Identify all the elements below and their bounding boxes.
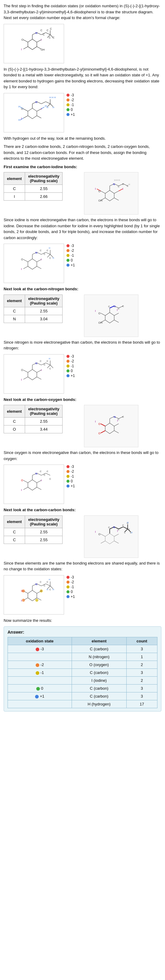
svg-line-2 <box>24 46 28 49</box>
svg-text:I: I <box>95 531 96 534</box>
result-row-4: I (iodine)2 <box>8 677 157 684</box>
hydrogen-molecule-image: O I I N H H H H H H H H <box>4 93 64 132</box>
carbon-nitrogen-table-section: element electronegativity(Pauling scale)… <box>4 294 81 323</box>
cc-carbon2-en: 2.55 <box>25 536 63 544</box>
result-dot-6 <box>35 695 39 698</box>
post-cn-molecule-box: O I I N C C C C H -3 -2 -1 0 +1 <box>4 354 161 394</box>
svg-text:N: N <box>35 582 37 585</box>
svg-text:H: H <box>49 247 50 249</box>
pci-leg-neg1: -1 <box>71 253 74 258</box>
result-dot-2 <box>36 663 39 667</box>
svg-line-31 <box>37 102 41 103</box>
svg-line-135 <box>101 424 105 426</box>
result-oxidation-state-4 <box>8 677 72 684</box>
pci-leg-neg3: -3 <box>71 243 74 248</box>
cn-carbon-element: C <box>4 307 25 315</box>
svg-line-54 <box>114 198 119 200</box>
svg-line-76 <box>37 266 41 269</box>
carbon-carbon-table-section: element electronegativity(Pauling scale)… <box>4 515 81 544</box>
result-element-7: H (hydrogen) <box>72 700 126 708</box>
svg-text:C: C <box>123 305 124 307</box>
ci-header-element: element <box>4 172 25 185</box>
svg-text:C: C <box>47 249 48 252</box>
ci-carbon-en: 2.55 <box>25 185 63 193</box>
svg-text:N: N <box>114 305 115 308</box>
cc-row-carbon1: C 2.55 <box>4 528 63 536</box>
svg-text:C: C <box>40 249 42 252</box>
pci-leg-0: 0 <box>71 258 73 262</box>
svg-line-113 <box>24 370 28 372</box>
svg-text:C: C <box>47 360 48 362</box>
carbon-nitrogen-row: element electronegativity(Pauling scale)… <box>4 294 161 337</box>
result-header-oxidation-state: oxidation state <box>8 637 72 645</box>
carbon-iodine-row: element electronegativity(Pauling scale)… <box>4 172 161 215</box>
cc-row-carbon2: C 2.55 <box>4 536 63 544</box>
cc-header-element: element <box>4 515 25 528</box>
first-molecule-image: O I I N C C C C C C OH <box>4 24 64 63</box>
result-oxidation-state-7 <box>8 700 72 708</box>
svg-line-137 <box>114 424 119 426</box>
svg-text:C: C <box>49 257 51 259</box>
carbon-iodine-table-section: element electronegativity(Pauling scale)… <box>4 172 81 200</box>
svg-text:C: C <box>40 360 42 362</box>
cc-molecule-image: O I I N C C C C C C C H H <box>84 515 138 558</box>
post-ci-molecule: O I I N C C C C H H <box>4 243 64 283</box>
post-cn-molecule: O I I N C C C C H <box>4 354 64 394</box>
svg-text:O: O <box>21 369 23 372</box>
svg-text:N: N <box>113 526 115 529</box>
svg-text:OH: OH <box>41 48 45 51</box>
nitrogen-explanation-text: Since nitrogen is more electronegative t… <box>4 339 161 351</box>
svg-line-115 <box>37 370 41 372</box>
result-oxidation-state-2: -2 <box>8 661 72 669</box>
svg-text:C: C <box>118 185 119 188</box>
co-oxygen-element: O <box>4 425 25 433</box>
svg-text:I: I <box>41 479 42 482</box>
svg-line-154 <box>37 487 41 490</box>
carbon-carbon-molecule: O I I N C C C C C C C H H <box>84 515 161 558</box>
svg-text:C: C <box>47 470 48 473</box>
svg-text:C: C <box>118 307 119 310</box>
carbon-iodine-molecule: I I O OH N C C C H H H H <box>84 172 161 215</box>
legend-pos1: +1 <box>71 113 75 117</box>
svg-text:O: O <box>98 533 101 536</box>
svg-text:C: C <box>108 526 110 529</box>
result-dot-0 <box>36 648 39 651</box>
svg-text:N: N <box>113 183 115 185</box>
svg-text:I: I <box>41 38 42 41</box>
svg-line-121 <box>46 363 50 365</box>
cc-mol-svg: O I I N C C C C C C C H H <box>84 515 138 557</box>
svg-text:I: I <box>21 267 22 270</box>
svg-marker-24 <box>28 108 37 118</box>
cn-header-electronegativity: electronegativity(Pauling scale) <box>25 294 63 307</box>
cn-nitrogen-en: 3.04 <box>25 315 63 323</box>
svg-marker-194 <box>28 590 37 601</box>
result-count-2: 2 <box>126 661 157 669</box>
ci-iodine-en: 2.66 <box>25 193 63 200</box>
co-row-oxygen: O 3.44 <box>4 425 63 433</box>
result-oxidation-state-1 <box>8 653 72 661</box>
result-row-7: H (hydrogen)17 <box>8 700 157 708</box>
result-count-4: 2 <box>126 677 157 684</box>
bonds-description-text: There are 2 carbon-iodine bonds, 2 carbo… <box>4 144 161 162</box>
legend-0: 0 <box>71 108 73 112</box>
svg-line-203 <box>46 584 50 586</box>
svg-line-138 <box>114 431 119 433</box>
svg-text:C: C <box>47 580 48 583</box>
answer-box: Answer: oxidation state element count -3… <box>4 626 161 711</box>
svg-text:O: O <box>98 422 101 425</box>
cn-header-element: element <box>4 294 25 307</box>
carbon-nitrogen-molecule: O OH I I N C C C <box>84 294 161 337</box>
svg-text:C: C <box>44 253 46 255</box>
svg-text:H: H <box>19 105 20 108</box>
post-cn-svg: O I I N C C C C H <box>4 355 64 393</box>
result-oxidation-state-6: +1 <box>8 692 72 700</box>
page: The first step in finding the oxidation … <box>0 0 165 714</box>
svg-text:C: C <box>123 183 124 185</box>
ci-header-electronegativity: electronegativity(Pauling scale) <box>25 172 63 185</box>
result-row-0: -3C (carbon)3 <box>8 645 157 653</box>
svg-text:N: N <box>35 100 37 103</box>
post-co-svg: O I I N C C C C <box>4 465 64 504</box>
carbon-nitrogen-title: Next look at the carbon-nitrogen bonds: <box>4 286 161 292</box>
svg-line-201 <box>37 584 41 586</box>
result-row-1: N (nitrogen)1 <box>8 653 157 661</box>
